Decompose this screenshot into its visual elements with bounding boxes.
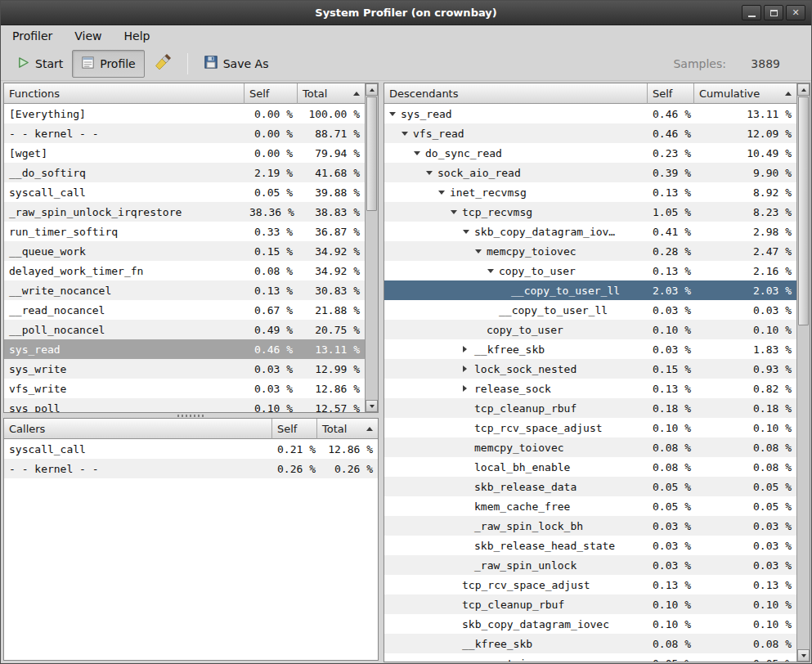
self-value-cell: 0.13 %: [648, 579, 694, 591]
functions-vertical-scrollbar[interactable]: [365, 83, 378, 412]
table-row[interactable]: release_sock0.13 %0.82 %: [384, 379, 796, 398]
expander-closed-icon[interactable]: [463, 385, 474, 392]
expander-open-icon[interactable]: [475, 249, 487, 253]
table-row[interactable]: kmem_cache_free0.05 %0.05 %: [384, 496, 796, 516]
column-header-descendants[interactable]: Descendants: [384, 83, 648, 104]
table-row[interactable]: __kfree_skb0.08 %0.08 %: [384, 634, 796, 653]
table-row[interactable]: sys_read0.46 %13.11 %: [4, 339, 365, 359]
column-header-self[interactable]: Self: [272, 419, 317, 439]
scrollbar-thumb[interactable]: [798, 96, 809, 325]
callers-rows: syscall_call0.21 %12.86 %- - kernel - -0…: [4, 439, 378, 660]
clear-button[interactable]: [145, 47, 181, 79]
menu-view[interactable]: View: [66, 27, 110, 45]
scroll-down-button[interactable]: [366, 400, 378, 412]
close-button[interactable]: [786, 5, 805, 20]
table-row[interactable]: _raw_spin_lock_bh0.03 %0.03 %: [384, 516, 796, 536]
column-header-cumulative[interactable]: Cumulative: [694, 83, 796, 104]
self-value-cell: 2.03 %: [648, 285, 694, 297]
cumulative-value-cell: 0.08 %: [694, 638, 796, 650]
table-row[interactable]: skb_copy_datagram_iovec0.10 %0.10 %: [384, 614, 796, 634]
expander-open-icon[interactable]: [451, 210, 462, 214]
column-header-self[interactable]: Self: [648, 83, 694, 104]
table-row[interactable]: vfs_read0.46 %12.09 %: [384, 123, 796, 143]
expander-open-icon[interactable]: [414, 151, 425, 155]
table-row[interactable]: syscall_call0.05 %39.88 %: [4, 182, 365, 202]
total-value-cell: 36.87 %: [298, 226, 365, 238]
table-row[interactable]: local_bh_enable0.08 %0.08 %: [384, 457, 796, 477]
column-header-total[interactable]: Total: [298, 83, 365, 104]
table-row[interactable]: tcp_recvmsg1.05 %8.23 %: [384, 202, 796, 222]
table-row[interactable]: vfs_write0.03 %12.86 %: [4, 379, 365, 398]
table-row[interactable]: - - kernel - -0.26 %0.26 %: [4, 459, 378, 478]
table-row[interactable]: [Everything]0.00 %100.00 %: [4, 104, 365, 123]
expander-closed-icon[interactable]: [463, 346, 474, 352]
expander-closed-icon[interactable]: [463, 366, 474, 372]
expander-open-icon[interactable]: [426, 171, 437, 175]
column-header-total[interactable]: Total: [317, 419, 378, 439]
table-row[interactable]: - - kernel - -0.00 %88.71 %: [4, 123, 365, 143]
descendants-vertical-scrollbar[interactable]: [796, 83, 810, 662]
column-header-callers[interactable]: Callers: [4, 419, 272, 439]
table-row[interactable]: copy_to_user0.10 %0.10 %: [384, 320, 796, 339]
table-row[interactable]: sys_read0.46 %13.11 %: [384, 104, 796, 123]
table-row[interactable]: tcp_rcv_space_adjust0.10 %0.10 %: [384, 418, 796, 437]
expander-open-icon[interactable]: [463, 230, 474, 234]
table-row[interactable]: inet_recvmsg0.13 %8.92 %: [384, 182, 796, 202]
menu-profiler[interactable]: Profiler: [4, 27, 61, 45]
table-row[interactable]: _raw_spin_unlock0.03 %0.03 %: [384, 555, 796, 575]
column-header-functions[interactable]: Functions: [4, 83, 244, 104]
table-row[interactable]: _raw_spin_unlock_irqrestore38.36 %38.83 …: [4, 202, 365, 222]
table-row[interactable]: [wget]0.00 %79.94 %: [4, 143, 365, 163]
expander-open-icon[interactable]: [402, 132, 413, 136]
table-row[interactable]: sock_aio_read0.39 %9.90 %: [384, 163, 796, 182]
table-row[interactable]: memcpy_toiovec0.05 %0.05 %: [384, 653, 796, 662]
table-row[interactable]: memcpy_toiovec0.08 %0.08 %: [384, 437, 796, 457]
table-row[interactable]: run_timer_softirq0.33 %36.87 %: [4, 222, 365, 241]
table-row[interactable]: __copy_to_user_ll0.03 %0.03 %: [384, 300, 796, 320]
menu-help[interactable]: Help: [116, 27, 159, 45]
scroll-up-button[interactable]: [366, 83, 378, 96]
profile-toggle-button[interactable]: Profile: [72, 50, 145, 78]
titlebar[interactable]: System Profiler (on crownbay): [1, 1, 811, 25]
table-row[interactable]: skb_release_data0.05 %0.05 %: [384, 477, 796, 496]
table-row[interactable]: __queue_work0.15 %34.92 %: [4, 241, 365, 261]
scroll-down-button[interactable]: [797, 649, 810, 662]
scrollbar-thumb[interactable]: [366, 96, 377, 211]
function-name-cell: vfs_write: [4, 383, 244, 395]
table-row[interactable]: syscall_call0.21 %12.86 %: [4, 439, 378, 459]
save-as-button[interactable]: Save As: [195, 49, 278, 78]
table-row[interactable]: __poll_nocancel0.49 %20.75 %: [4, 320, 365, 339]
table-row[interactable]: __read_nocancel0.67 %21.88 %: [4, 300, 365, 320]
table-row[interactable]: sys_poll0.10 %12.57 %: [4, 398, 365, 412]
scroll-up-button[interactable]: [797, 83, 810, 96]
self-value-cell: 0.49 %: [244, 324, 298, 336]
self-value-cell: 0.08 %: [244, 265, 298, 277]
table-row[interactable]: tcp_cleanup_rbuf0.18 %0.18 %: [384, 398, 796, 418]
function-name-label: __kfree_skb: [474, 343, 545, 356]
column-header-label: Self: [249, 87, 269, 100]
table-row[interactable]: __write_nocancel0.13 %30.83 %: [4, 280, 365, 300]
table-row[interactable]: do_sync_read0.23 %10.49 %: [384, 143, 796, 163]
maximize-button[interactable]: [764, 5, 783, 20]
table-row[interactable]: memcpy_toiovec0.28 %2.47 %: [384, 241, 796, 261]
cumulative-value-cell: 0.03 %: [694, 520, 796, 532]
table-row[interactable]: __do_softirq2.19 %41.68 %: [4, 163, 365, 182]
floppy-disk-icon: [204, 55, 218, 72]
table-row[interactable]: __kfree_skb0.03 %1.83 %: [384, 339, 796, 359]
table-row[interactable]: sys_write0.03 %12.99 %: [4, 359, 365, 379]
table-row[interactable]: copy_to_user0.13 %2.16 %: [384, 261, 796, 280]
expander-open-icon[interactable]: [487, 269, 499, 273]
table-row[interactable]: delayed_work_timer_fn0.08 %34.92 %: [4, 261, 365, 280]
expander-open-icon[interactable]: [438, 191, 450, 195]
table-row[interactable]: skb_release_head_state0.03 %0.03 %: [384, 536, 796, 555]
table-row[interactable]: tcp_rcv_space_adjust0.13 %0.13 %: [384, 575, 796, 594]
column-header-self[interactable]: Self: [244, 83, 298, 104]
expander-open-icon[interactable]: [389, 112, 401, 116]
table-row[interactable]: lock_sock_nested0.15 %0.93 %: [384, 359, 796, 379]
table-row[interactable]: tcp_cleanup_rbuf0.10 %0.10 %: [384, 594, 796, 614]
minimize-button[interactable]: [742, 5, 761, 20]
table-row[interactable]: skb_copy_datagram_iov…0.41 %2.98 %: [384, 222, 796, 241]
start-button[interactable]: Start: [7, 50, 72, 78]
self-value-cell: 0.00 %: [244, 128, 298, 140]
table-row[interactable]: __copy_to_user_ll2.03 %2.03 %: [384, 280, 796, 300]
